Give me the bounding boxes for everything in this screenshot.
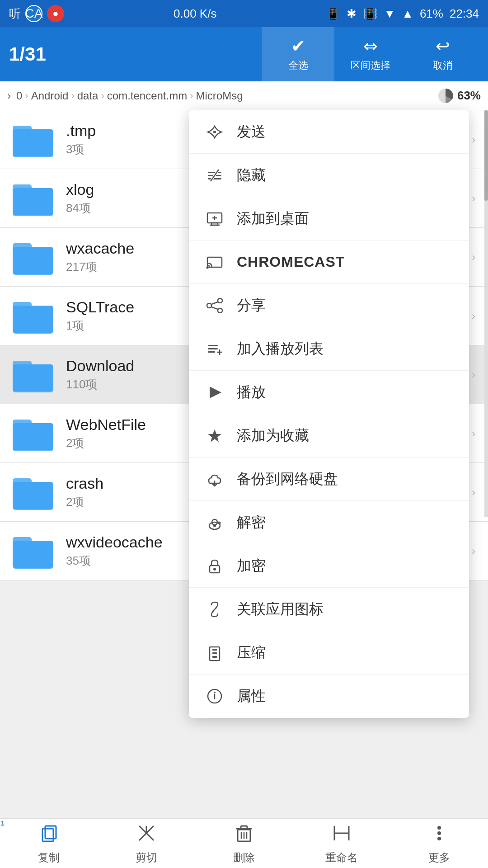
cancel-button[interactable]: ↩ 取消 [407, 27, 479, 81]
file-row-arrow: › [472, 133, 475, 146]
select-all-button[interactable]: ✔ 全选 [262, 27, 334, 81]
bottom-btn-label: 剪切 [136, 850, 157, 865]
svg-point-82 [437, 837, 441, 840]
toolbar: 1/31 ✔ 全选 ⇔ 区间选择 ↩ 取消 [0, 27, 488, 81]
menu-item-play[interactable]: 播放 [189, 371, 469, 414]
svg-point-25 [213, 131, 216, 133]
copy-icon [38, 822, 60, 844]
svg-point-38 [218, 298, 222, 303]
cut-icon [136, 822, 157, 849]
bc-item-android[interactable]: Android [31, 90, 69, 102]
svg-rect-45 [208, 351, 215, 353]
menu-item-decrypt[interactable]: 解密 [189, 501, 469, 544]
svg-rect-26 [208, 172, 221, 173]
menu-item-add-playlist[interactable]: 加入播放列表 [189, 327, 469, 371]
menu-item-chromecast[interactable]: CHROMECAST [189, 241, 469, 284]
menu-item-hide[interactable]: 隐藏 [189, 154, 469, 197]
menu-item-properties[interactable]: 属性 [189, 675, 469, 718]
menu-label: 解密 [237, 513, 266, 533]
svg-point-37 [206, 266, 209, 269]
scrollbar-thumb[interactable] [484, 110, 488, 201]
delete-button[interactable]: 删除 [195, 819, 293, 868]
svg-rect-28 [208, 178, 221, 179]
play-icon [205, 383, 224, 402]
menu-label: 分享 [237, 296, 266, 316]
bottom-btn-label: 更多 [428, 850, 450, 865]
status-left: 听 CA ● [9, 5, 64, 22]
menu-item-add-desktop[interactable]: 添加到桌面 [189, 197, 469, 241]
bc-item-tencent[interactable]: com.tencent.mm [107, 90, 187, 102]
menu-item-compress[interactable]: 压缩 [189, 631, 469, 675]
menu-label: 压缩 [237, 643, 266, 663]
menu-item-backup[interactable]: 备份到网络硬盘 [189, 458, 469, 501]
copy-button[interactable]: 1 复制 [0, 819, 98, 868]
bottom-bar: 1 复制 剪切 删除 重命名 更多 [0, 818, 488, 868]
bc-item-0[interactable]: 0 [16, 90, 22, 102]
svg-rect-60 [212, 649, 217, 651]
svg-rect-61 [212, 652, 217, 654]
menu-label: 加入播放列表 [237, 339, 324, 359]
menu-label: 添加到桌面 [237, 209, 309, 229]
file-row-arrow: › [472, 310, 475, 322]
svg-line-58 [212, 607, 217, 612]
rename-icon [331, 822, 352, 844]
clock: 22:34 [450, 7, 479, 21]
more-icon [428, 822, 450, 844]
rename-icon [331, 822, 352, 849]
add-desktop-icon [205, 209, 224, 228]
svg-marker-49 [208, 429, 221, 442]
compress-icon [205, 643, 224, 662]
bc-item-micromsg[interactable]: MicroMsg [196, 90, 243, 102]
cancel-label: 取消 [433, 59, 453, 72]
delete-icon [233, 822, 255, 849]
more-button[interactable]: 更多 [390, 819, 488, 868]
send-icon [205, 123, 224, 142]
more-icon [428, 822, 450, 849]
cut-button[interactable]: 剪切 [98, 819, 195, 868]
range-select-label: 区间选择 [351, 59, 390, 72]
svg-point-57 [213, 568, 216, 571]
svg-point-80 [437, 826, 441, 830]
menu-item-favorite[interactable]: 添加为收藏 [189, 414, 469, 458]
file-row-arrow: › [472, 427, 475, 440]
bc-item-data[interactable]: data [77, 90, 99, 102]
status-bar: 听 CA ● 0.00 K/s 📱 ✱ 📳 ▼ ▲ 61% 22:34 [0, 0, 488, 27]
folder-icon [13, 354, 53, 395]
menu-item-encrypt[interactable]: 加密 [189, 544, 469, 588]
battery-level: 61% [420, 7, 443, 21]
svg-rect-62 [212, 656, 217, 658]
context-menu: 发送 隐藏 添加到桌面 CHROMECAST 分享 加入播放列表 播放 添加为收… [189, 110, 469, 718]
phone-icon: 📱 [326, 7, 340, 21]
menu-item-share[interactable]: 分享 [189, 284, 469, 327]
range-select-button[interactable]: ⇔ 区间选择 [334, 27, 407, 81]
scrollbar-track[interactable] [484, 110, 488, 517]
svg-rect-66 [42, 829, 53, 841]
menu-label: 播放 [237, 382, 266, 402]
menu-item-link[interactable]: 关联应用图标 [189, 588, 469, 631]
share-icon [205, 296, 224, 315]
folder-icon [13, 472, 53, 513]
check-icon: ✔ [291, 36, 305, 56]
svg-line-42 [211, 307, 218, 309]
signal-icon: ▲ [402, 7, 413, 21]
menu-label: 关联应用图标 [237, 599, 324, 619]
back-icon: ↩ [436, 36, 450, 56]
wifi-icon: ▼ [384, 7, 395, 21]
folder-icon [13, 237, 53, 278]
delete-icon [233, 822, 255, 844]
menu-item-send[interactable]: 发送 [189, 110, 469, 154]
svg-rect-24 [13, 541, 53, 568]
menu-label: 隐藏 [237, 165, 266, 185]
file-row-arrow: › [472, 486, 475, 499]
svg-line-41 [211, 302, 218, 304]
breadcrumb-bar: › 0 › Android › data › com.tencent.mm › … [0, 81, 488, 110]
bottom-btn-label: 复制 [38, 850, 60, 865]
storage-indicator: 63% [437, 88, 481, 104]
svg-rect-6 [13, 188, 53, 215]
rename-button[interactable]: 重命名 [293, 819, 390, 868]
encrypt-icon [205, 557, 224, 576]
svg-rect-15 [13, 364, 53, 392]
menu-label: 属性 [237, 686, 266, 706]
folder-icon [13, 531, 53, 571]
selection-count: 1/31 [9, 43, 262, 65]
